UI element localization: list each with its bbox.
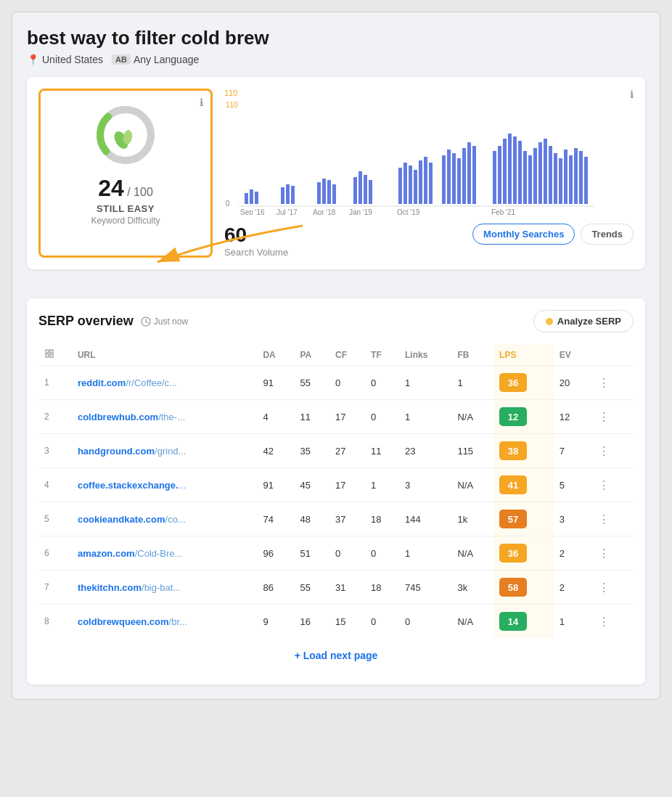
more-options-icon[interactable]: ⋮ <box>595 478 612 493</box>
svg-rect-12 <box>291 186 295 204</box>
analyze-serp-button[interactable]: Analyze SERP <box>533 310 634 332</box>
lps-badge: 38 <box>499 441 527 460</box>
svg-rect-8 <box>250 189 253 204</box>
row-links: 1 <box>399 536 451 571</box>
row-more[interactable]: ⋮ <box>589 434 634 468</box>
main-container: best way to filter cold brew 📍 United St… <box>12 12 660 700</box>
row-links: 0 <box>399 605 451 639</box>
location-pin-icon: 📍 <box>27 54 39 65</box>
row-fb: 3k <box>451 571 493 605</box>
row-more[interactable]: ⋮ <box>589 536 634 571</box>
lps-badge: 36 <box>499 373 527 392</box>
load-next-page[interactable]: + Load next page <box>38 638 634 673</box>
row-tf: 0 <box>365 400 399 434</box>
chart-info-icon[interactable]: ℹ <box>630 89 634 100</box>
svg-rect-30 <box>452 153 456 204</box>
row-pa: 11 <box>294 400 329 434</box>
row-lps: 58 <box>493 571 554 605</box>
row-fb: N/A <box>451 468 493 502</box>
row-url: thekitchn.com/big-bat... <box>72 571 258 605</box>
kd-info-icon[interactable]: ℹ <box>200 97 203 108</box>
row-cf: 17 <box>329 400 365 434</box>
svg-rect-66 <box>50 350 53 353</box>
lps-badge: 14 <box>499 612 527 631</box>
svg-rect-48 <box>559 158 562 204</box>
svg-rect-33 <box>467 142 471 204</box>
svg-rect-53 <box>584 157 588 204</box>
row-cf: 27 <box>329 434 365 468</box>
row-tf: 18 <box>365 502 399 536</box>
serp-title: SERP overview <box>38 314 134 329</box>
location-item: 📍 United States <box>27 54 103 65</box>
tab-trends[interactable]: Trends <box>581 224 634 245</box>
svg-rect-38 <box>508 134 512 204</box>
kd-score-row: 24 / 100 <box>98 175 153 202</box>
svg-text:Jul '17: Jul '17 <box>276 208 298 215</box>
svg-rect-34 <box>472 146 476 204</box>
col-links: Links <box>399 344 451 366</box>
svg-rect-23 <box>409 165 412 204</box>
row-fb: 1k <box>451 502 493 536</box>
row-pa: 55 <box>294 366 329 400</box>
row-pa: 16 <box>294 605 329 639</box>
lps-badge: 58 <box>499 578 527 597</box>
lps-badge: 41 <box>499 475 527 494</box>
more-options-icon[interactable]: ⋮ <box>595 444 612 459</box>
kd-max: / 100 <box>127 186 153 198</box>
row-url: amazon.com/Cold-Bre... <box>72 536 258 571</box>
row-lps: 12 <box>493 400 554 434</box>
table-row: 5 cookieandkate.com/co... 74 48 37 18 14… <box>38 502 634 536</box>
row-da: 86 <box>257 571 294 605</box>
svg-rect-32 <box>462 148 466 204</box>
more-options-icon[interactable]: ⋮ <box>595 512 612 527</box>
row-more[interactable]: ⋮ <box>589 605 634 639</box>
row-tf: 0 <box>365 605 399 639</box>
kd-difficulty-label: STILL EASY <box>97 203 155 214</box>
row-url: coldbrewhub.com/the-... <box>72 400 258 434</box>
row-fb: N/A <box>451 536 493 571</box>
row-ev: 1 <box>554 605 589 639</box>
lps-badge: 36 <box>499 544 527 563</box>
row-url: coffee.stackexchange.... <box>72 468 258 502</box>
row-lps: 36 <box>493 366 554 400</box>
row-links: 1 <box>399 400 451 434</box>
row-links: 144 <box>399 502 451 536</box>
row-fb: 115 <box>451 434 493 468</box>
row-more[interactable]: ⋮ <box>589 571 634 605</box>
row-ev: 20 <box>554 366 589 400</box>
row-rank: 4 <box>38 468 72 502</box>
svg-text:0: 0 <box>226 200 230 208</box>
row-url: coldbrewqueen.com/br... <box>72 605 258 639</box>
row-more[interactable]: ⋮ <box>589 366 634 400</box>
svg-rect-39 <box>513 136 517 204</box>
row-cf: 31 <box>329 571 365 605</box>
row-lps: 38 <box>493 434 554 468</box>
chart-bottom: 60 Search Volume Monthly Searches Trends <box>224 224 634 258</box>
more-options-icon[interactable]: ⋮ <box>595 375 612 391</box>
tab-monthly-searches[interactable]: Monthly Searches <box>472 224 575 245</box>
col-actions <box>589 344 634 366</box>
row-da: 74 <box>257 502 294 536</box>
row-cf: 15 <box>329 605 365 639</box>
more-options-icon[interactable]: ⋮ <box>595 614 612 629</box>
svg-rect-9 <box>255 192 258 204</box>
svg-rect-45 <box>544 139 547 204</box>
row-tf: 11 <box>365 434 399 468</box>
kd-score: 24 <box>98 175 124 201</box>
row-ev: 12 <box>554 400 589 434</box>
row-more[interactable]: ⋮ <box>589 400 634 434</box>
svg-rect-27 <box>429 163 433 204</box>
table-row: 4 coffee.stackexchange.... 91 45 17 1 3 … <box>38 468 634 502</box>
svg-rect-36 <box>498 146 501 204</box>
more-options-icon[interactable]: ⋮ <box>595 580 612 595</box>
more-options-icon[interactable]: ⋮ <box>595 409 612 425</box>
chart-y-label: 110 <box>224 89 237 97</box>
row-lps: 14 <box>493 605 554 639</box>
row-url: handground.com/grind... <box>72 434 258 468</box>
row-more[interactable]: ⋮ <box>589 502 634 536</box>
svg-rect-13 <box>317 182 321 204</box>
row-fb: N/A <box>451 605 493 639</box>
more-options-icon[interactable]: ⋮ <box>595 546 612 561</box>
row-ev: 3 <box>554 502 589 536</box>
row-more[interactable]: ⋮ <box>589 468 634 502</box>
